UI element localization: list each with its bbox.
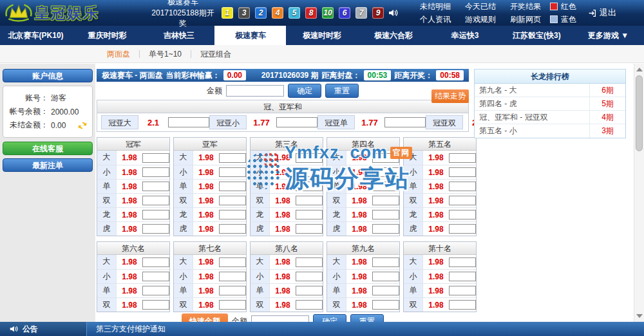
bet-amount-input[interactable] bbox=[449, 210, 476, 219]
bet-amount-input[interactable] bbox=[296, 196, 323, 205]
amount-input[interactable] bbox=[226, 85, 284, 97]
bet-amount-input[interactable] bbox=[219, 286, 246, 295]
header-menu-link[interactable]: 游戏规则 bbox=[465, 14, 496, 25]
refresh-balance-icon[interactable] bbox=[78, 121, 87, 130]
bet-odds: 1.98 bbox=[117, 257, 142, 266]
bet-amount-input[interactable] bbox=[142, 257, 169, 267]
bet-amount-input[interactable] bbox=[296, 286, 323, 295]
bet-amount-input[interactable] bbox=[372, 196, 399, 205]
brand-logo[interactable]: 皇冠娱乐 bbox=[5, 3, 148, 23]
theme-color-swatch bbox=[550, 15, 558, 23]
bet-amount-input[interactable] bbox=[372, 153, 399, 163]
header-menu-link[interactable]: 未结明细 bbox=[420, 1, 451, 12]
announcement-header: 公告 bbox=[0, 322, 87, 336]
bet-amount-input[interactable] bbox=[372, 257, 399, 267]
bet-amount-input[interactable] bbox=[449, 167, 476, 177]
result-ball: 5 bbox=[289, 7, 300, 19]
bet-table: 第十名 大 1.98 小 bbox=[403, 241, 477, 312]
bet-amount-input[interactable] bbox=[449, 257, 476, 267]
header-menu-link[interactable]: 个人资讯 bbox=[420, 14, 451, 25]
bet-amount-input[interactable] bbox=[142, 182, 169, 191]
bet-amount-input[interactable] bbox=[449, 224, 476, 234]
play-mode-tab[interactable]: 冠亚组合 bbox=[191, 50, 240, 58]
scroll-down-arrow[interactable] bbox=[636, 314, 643, 318]
bet-amount-input[interactable] bbox=[296, 153, 323, 163]
reset-button[interactable]: 重置 bbox=[325, 84, 359, 98]
account-info-button[interactable]: 账户信息 bbox=[3, 69, 93, 82]
sound-toggle-button[interactable] bbox=[388, 8, 398, 18]
bet-amount-input[interactable] bbox=[384, 117, 426, 127]
nav-tab[interactable]: 重庆时时彩 bbox=[71, 26, 143, 45]
bet-amount-input[interactable] bbox=[372, 182, 399, 191]
nav-tab[interactable]: 吉林快三 bbox=[143, 26, 214, 45]
announcement-message[interactable]: 第三方支付维护通知 bbox=[87, 324, 166, 335]
result-ball: 7 bbox=[355, 7, 367, 19]
header-menu-link[interactable]: 开奖结果 bbox=[510, 1, 541, 12]
bet-amount-input[interactable] bbox=[296, 224, 323, 234]
bet-amount-input[interactable] bbox=[219, 167, 246, 177]
result-trend-button[interactable]: 结果走势 bbox=[431, 89, 469, 103]
scroll-up-arrow[interactable] bbox=[636, 68, 643, 71]
latest-orders-button[interactable]: 最新注单 bbox=[3, 158, 93, 172]
bet-amount-input[interactable] bbox=[372, 224, 399, 234]
bet-amount-input[interactable] bbox=[449, 300, 476, 310]
bet-amount-input[interactable] bbox=[142, 300, 169, 310]
bet-amount-input[interactable] bbox=[219, 272, 246, 281]
bet-amount-input[interactable] bbox=[296, 167, 323, 177]
bet-amount-input[interactable] bbox=[372, 167, 399, 177]
bet-amount-input[interactable] bbox=[449, 196, 476, 205]
bet-amount-input[interactable] bbox=[219, 300, 246, 310]
bet-option-label: 大 bbox=[251, 255, 270, 269]
bet-amount-input[interactable] bbox=[219, 153, 246, 163]
bet-amount-input[interactable] bbox=[296, 272, 323, 281]
ranking-row: 冠、亚军和 - 冠亚双 4期 bbox=[475, 111, 625, 124]
vertical-scrollbar[interactable] bbox=[634, 64, 644, 322]
bet-amount-input[interactable] bbox=[142, 286, 169, 295]
bet-amount-input[interactable] bbox=[296, 182, 323, 191]
scroll-thumb[interactable] bbox=[636, 75, 643, 151]
bet-amount-input[interactable] bbox=[296, 210, 323, 219]
bet-amount-input[interactable] bbox=[142, 167, 169, 177]
champion-sum-section: 冠、亚军和 冠亚大 2.1 冠亚小 1.77 bbox=[97, 100, 469, 132]
bet-amount-input[interactable] bbox=[449, 272, 476, 281]
bet-amount-input[interactable] bbox=[219, 210, 246, 219]
bet-odds: 1.98 bbox=[117, 168, 142, 177]
nav-tab[interactable]: 江苏骰宝(快3) bbox=[501, 26, 573, 45]
bet-amount-input[interactable] bbox=[219, 257, 246, 267]
bet-amount-input[interactable] bbox=[168, 117, 209, 127]
nav-tab[interactable]: 极速六合彩 bbox=[358, 26, 430, 45]
bet-amount-input[interactable] bbox=[219, 182, 246, 191]
bet-table-title: 第六名 bbox=[97, 242, 169, 255]
bet-amount-input[interactable] bbox=[219, 224, 246, 234]
nav-tab[interactable]: 幸运快3 bbox=[430, 26, 501, 45]
header-menu-link[interactable]: 刷新网页 bbox=[510, 14, 541, 25]
nav-tab[interactable]: 更多游戏 ▼ bbox=[573, 26, 644, 45]
play-mode-tab[interactable]: 单号1~10 bbox=[140, 50, 191, 58]
bet-amount-input[interactable] bbox=[276, 117, 317, 127]
header-menu-link[interactable]: 今天已结 bbox=[465, 1, 496, 12]
customer-service-button[interactable]: 在线客服 bbox=[3, 142, 93, 155]
bet-amount-input[interactable] bbox=[372, 286, 399, 295]
theme-option[interactable]: 红色 bbox=[550, 1, 576, 12]
bet-amount-input[interactable] bbox=[449, 286, 476, 295]
logout-button[interactable]: 退出 bbox=[588, 7, 616, 19]
bet-amount-input[interactable] bbox=[372, 210, 399, 219]
bet-amount-input[interactable] bbox=[372, 300, 399, 310]
bet-amount-input[interactable] bbox=[372, 272, 399, 281]
bet-amount-input[interactable] bbox=[219, 196, 246, 205]
bet-amount-input[interactable] bbox=[142, 210, 169, 219]
bet-amount-input[interactable] bbox=[449, 153, 476, 163]
nav-tab[interactable]: 极速时时彩 bbox=[286, 26, 357, 45]
bet-amount-input[interactable] bbox=[296, 257, 323, 267]
nav-tab[interactable]: 极速赛车 bbox=[214, 26, 286, 45]
nav-tab[interactable]: 北京赛车(PK10) bbox=[0, 26, 71, 45]
theme-option[interactable]: 蓝色 bbox=[550, 14, 576, 25]
bet-amount-input[interactable] bbox=[142, 196, 169, 205]
bet-amount-input[interactable] bbox=[449, 182, 476, 191]
bet-amount-input[interactable] bbox=[142, 272, 169, 281]
play-mode-tab[interactable]: 两面盘 bbox=[98, 50, 140, 58]
confirm-button[interactable]: 确定 bbox=[288, 84, 321, 98]
bet-amount-input[interactable] bbox=[142, 224, 169, 234]
bet-amount-input[interactable] bbox=[142, 153, 169, 163]
bet-amount-input[interactable] bbox=[296, 300, 323, 310]
